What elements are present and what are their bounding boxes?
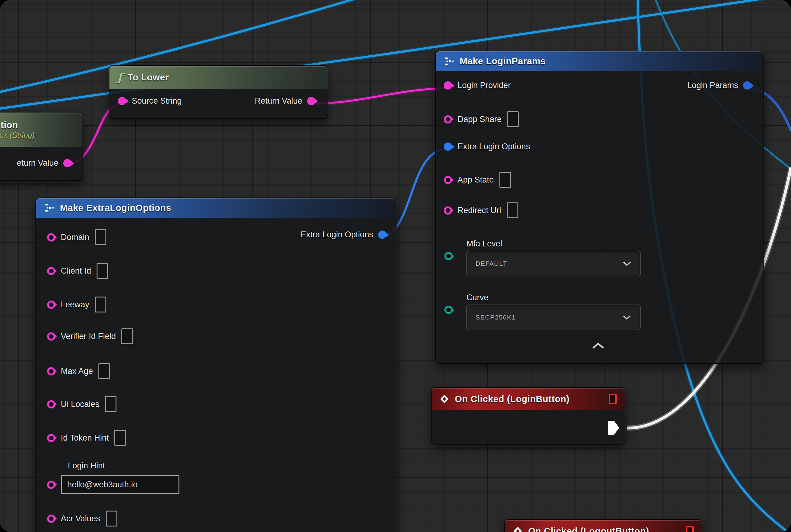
verifier-id-field-pin[interactable] — [47, 332, 55, 341]
curve-pin[interactable] — [444, 306, 453, 314]
redirect-url-value-input[interactable] — [507, 203, 518, 218]
mfa-level-label: Mfa Level — [466, 239, 502, 249]
acr-values-pin-label: Acr Values — [61, 514, 100, 524]
redirect-url-pin[interactable] — [444, 206, 452, 215]
source-string-pin[interactable] — [118, 97, 126, 105]
max-age-pin[interactable] — [47, 367, 55, 376]
blueprint-editor-window: tion ox (String) eturn Value ƒ To Lower … — [0, 0, 791, 532]
client-id-value-input[interactable] — [97, 263, 108, 279]
delegate-pin[interactable] — [686, 526, 694, 532]
leeway-pin-label: Leeway — [61, 300, 89, 309]
extra-login-options-out-label: Extra Login Options — [301, 230, 373, 240]
chevron-down-icon — [622, 261, 632, 266]
node-title: Make ExtraLoginOptions — [60, 203, 171, 213]
ui-locales-pin-label: Ui Locales — [61, 400, 99, 409]
node-title: Make LoginParams — [460, 56, 545, 66]
domain-pin[interactable] — [47, 233, 55, 242]
max-age-pin-label: Max Age — [61, 366, 93, 376]
return-value-pin-label: Return Value — [255, 96, 302, 106]
curve-label: Curve — [466, 293, 488, 302]
node-title: To Lower — [128, 72, 169, 82]
app-state-pin[interactable] — [444, 176, 452, 184]
login-provider-pin-label: Login Provider — [458, 81, 511, 90]
dapp-share-pin[interactable] — [444, 115, 452, 124]
node-make-extra-login-options[interactable]: Make ExtraLoginOptions Domain Extra Logi… — [36, 197, 397, 532]
node-subtitle-fragment: ox (String) — [0, 131, 35, 140]
login-params-out-pin[interactable] — [743, 81, 751, 90]
node-title: On Clicked (LogoutButton) — [528, 526, 649, 532]
acr-values-pin[interactable] — [47, 515, 55, 523]
app-state-pin-label: App State — [458, 175, 494, 185]
leeway-value-input[interactable] — [95, 297, 107, 312]
event-diamond-icon — [440, 395, 449, 403]
node-title-fragment: tion — [1, 120, 18, 130]
app-state-value-input[interactable] — [499, 172, 511, 188]
login-hint-pin-label: Login Hint — [68, 461, 105, 471]
chevron-down-icon — [622, 315, 632, 320]
graph-canvas[interactable]: tion ox (String) eturn Value ƒ To Lower … — [0, 0, 791, 532]
max-age-value-input[interactable] — [98, 363, 110, 379]
id-token-hint-pin-label: Id Token Hint — [61, 433, 109, 443]
login-params-out-label: Login Params — [687, 81, 738, 90]
redirect-url-pin-label: Redirect Url — [458, 206, 501, 215]
make-struct-icon — [44, 203, 54, 212]
id-token-hint-pin[interactable] — [47, 434, 55, 442]
domain-value-input[interactable] — [95, 229, 107, 245]
node-to-lower[interactable]: ƒ To Lower Source String Return Value — [109, 65, 328, 119]
leeway-pin[interactable] — [47, 301, 55, 309]
curve-dropdown[interactable]: SECP256K1 — [466, 305, 641, 330]
domain-pin-label: Domain — [61, 233, 89, 242]
extra-login-options-pin[interactable] — [444, 142, 452, 151]
ui-locales-value-input[interactable] — [105, 396, 116, 412]
exec-out-pin[interactable] — [608, 421, 619, 435]
extra-login-options-out-pin[interactable] — [378, 230, 386, 239]
verifier-id-field-value-input[interactable] — [121, 328, 133, 344]
dapp-share-pin-label: Dapp Share — [458, 115, 502, 124]
node-title: On Clicked (LoginButton) — [455, 394, 570, 404]
make-struct-icon — [444, 57, 454, 66]
return-value-pin-label: eturn Value — [17, 158, 58, 168]
extra-login-options-pin-label: Extra Login Options — [458, 142, 530, 151]
dapp-share-value-input[interactable] — [507, 111, 519, 127]
mfa-level-dropdown[interactable]: DEFAULT — [466, 251, 641, 277]
node-on-clicked-logout-button[interactable]: On Clicked (LogoutButton) — [504, 519, 702, 532]
function-icon: ƒ — [117, 71, 122, 84]
login-hint-value-input[interactable]: hello@web3auth.io — [61, 475, 179, 494]
event-diamond-icon — [514, 527, 522, 532]
delegate-pin[interactable] — [609, 394, 617, 404]
id-token-hint-value-input[interactable] — [114, 430, 126, 446]
verifier-id-field-pin-label: Verifier Id Field — [61, 332, 116, 341]
node-on-clicked-login-button[interactable]: On Clicked (LoginButton) — [431, 387, 625, 444]
mfa-level-pin[interactable] — [444, 252, 453, 260]
login-provider-pin[interactable] — [444, 81, 452, 90]
login-hint-pin[interactable] — [47, 481, 55, 489]
client-id-pin[interactable] — [47, 267, 55, 275]
client-id-pin-label: Client Id — [61, 266, 91, 276]
return-value-pin[interactable] — [63, 159, 72, 167]
node-make-login-params[interactable]: Make LoginParams Login Provider Login Pa… — [435, 51, 764, 364]
mfa-level-value: DEFAULT — [476, 260, 507, 267]
return-value-pin[interactable] — [307, 97, 315, 105]
acr-values-value-input[interactable] — [106, 511, 117, 527]
ui-locales-pin[interactable] — [47, 400, 55, 408]
source-string-pin-label: Source String — [132, 96, 182, 106]
curve-value: SECP256K1 — [476, 314, 516, 321]
node-text-source-partial[interactable]: tion ox (String) eturn Value — [0, 112, 83, 181]
collapse-node-chevron-up[interactable] — [591, 342, 605, 349]
